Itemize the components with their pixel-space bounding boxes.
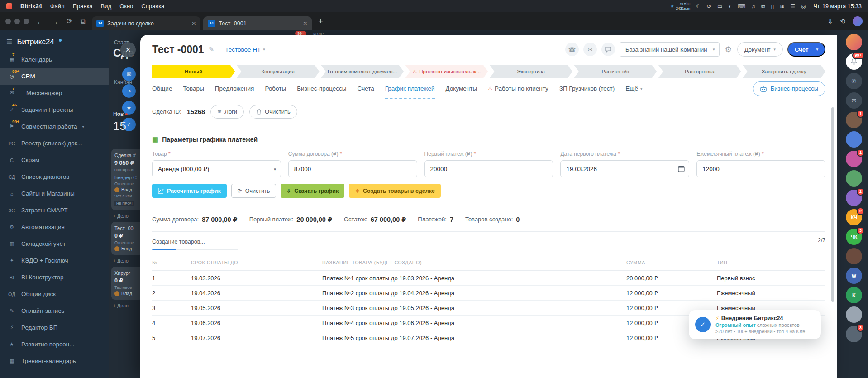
menubar-item-edit[interactable]: Правка bbox=[73, 3, 93, 10]
menubar-item-help[interactable]: Справка bbox=[141, 3, 164, 10]
screen-mirror-icon[interactable]: ⧉ bbox=[761, 3, 765, 10]
tab-quotes[interactable]: Предложения bbox=[215, 78, 254, 99]
tab-payment-schedule[interactable]: График платежей bbox=[385, 79, 435, 99]
rail-contact[interactable]: 1 bbox=[846, 112, 862, 128]
browser-profile-avatar[interactable] bbox=[853, 16, 863, 26]
stage-costing[interactable]: Рассчет с/с bbox=[574, 65, 657, 78]
rail-contact[interactable]: 1 bbox=[846, 151, 862, 167]
keyboard-icon[interactable]: ⌨ bbox=[738, 3, 745, 10]
clear-schedule-button[interactable]: ⟳Очистить bbox=[231, 184, 276, 198]
pipeline-link[interactable]: Тестовое НТ▾ bbox=[225, 46, 265, 53]
sidebar-item-training[interactable]: ▦Тренинг-календарь bbox=[0, 353, 109, 369]
music-icon[interactable]: ♫ bbox=[751, 3, 755, 10]
sidebar-item-registry[interactable]: РСРеестр (список) док... bbox=[0, 135, 109, 152]
menubar-clock[interactable]: Чт, 19 марта 15:33 bbox=[813, 3, 862, 10]
tab-products[interactable]: Товары bbox=[183, 78, 204, 99]
contract-sum-input[interactable] bbox=[288, 160, 417, 177]
browser-reload-icon[interactable]: ⟳ bbox=[67, 17, 72, 25]
deal-card[interactable]: Тест -00 0 ₽ Ответстве Бенд bbox=[111, 222, 143, 255]
first-payment-input[interactable] bbox=[424, 160, 553, 177]
deal-card[interactable]: Сделка # 9 050 ₽ повторная Бендер С Отве… bbox=[111, 149, 143, 210]
attach-action-button[interactable]: ✉ bbox=[122, 67, 136, 81]
rail-chat-group[interactable]: ЧК3 bbox=[846, 229, 862, 245]
sidebar-item-warehouse[interactable]: ▥Складской учёт bbox=[0, 235, 109, 252]
new-tab-button[interactable]: + bbox=[318, 17, 323, 26]
tab-documents[interactable]: Документы bbox=[446, 78, 477, 99]
rail-support-button[interactable]: ✆ bbox=[846, 73, 862, 89]
rail-contact[interactable] bbox=[846, 170, 862, 187]
menubar-item-view[interactable]: Вид bbox=[101, 3, 112, 10]
product-select[interactable]: Аренда (800,00 ₽) bbox=[152, 160, 281, 177]
sync-icon[interactable]: ⟳ bbox=[707, 3, 711, 10]
battery-icon[interactable]: ▯ bbox=[771, 3, 774, 10]
gear-icon[interactable]: ⚙ bbox=[725, 45, 732, 54]
traffic-light-zoom[interactable] bbox=[24, 19, 29, 24]
moon-icon[interactable]: ☾ bbox=[696, 3, 701, 10]
sidebar-item-booking[interactable]: ✎Онлайн-запись bbox=[0, 302, 109, 319]
invoice-button[interactable]: Счёт▾ bbox=[787, 42, 825, 57]
browser-tab-deal[interactable]: 24 Тест -0001 ✕ bbox=[203, 16, 312, 30]
sidebar-item-bi[interactable]: BIBI Конструктор bbox=[0, 269, 109, 286]
sidebar-item-collab[interactable]: ⚑99+Совместная работа▾ bbox=[0, 118, 109, 135]
logs-button[interactable]: ✱Логи bbox=[210, 105, 244, 119]
deal-card[interactable]: Хирург 0 ₽ Тестовое Влад bbox=[111, 267, 143, 300]
history-icon[interactable]: ⟲ bbox=[840, 18, 845, 25]
stage-expertise[interactable]: Экспертиза bbox=[490, 65, 572, 78]
sidebar-item-dialogs[interactable]: СДСписок диалогов bbox=[0, 168, 109, 185]
tab-client-works[interactable]: ♨Работы по клиенту bbox=[488, 78, 548, 99]
tab-salary-test[interactable]: ЗП Грузчиков (тест) bbox=[559, 78, 615, 99]
slider-scrollbar[interactable] bbox=[831, 107, 834, 302]
menubar-app-name[interactable]: Bitrix24 bbox=[20, 3, 42, 10]
sidebar-item-disk[interactable]: ОДОбщий диск bbox=[0, 286, 109, 302]
first-date-input[interactable] bbox=[560, 160, 689, 177]
call-icon[interactable]: ☎ bbox=[565, 43, 579, 56]
stage-new[interactable]: Новый bbox=[152, 65, 235, 78]
sidebar-item-calendar[interactable]: ▦7Календарь bbox=[0, 51, 109, 68]
document-button[interactable]: Документ▾ bbox=[737, 42, 783, 57]
control-center-icon[interactable]: ☰ bbox=[790, 3, 795, 10]
rail-mail-button[interactable]: ✉ bbox=[846, 92, 862, 109]
rail-chat-group[interactable]: K bbox=[846, 287, 862, 303]
rail-contact[interactable]: 2 bbox=[846, 190, 862, 206]
rail-contact[interactable] bbox=[846, 306, 862, 323]
sidebar-item-bp-editor[interactable]: ⚡Редактор БП bbox=[0, 319, 109, 336]
rail-profile-avatar[interactable] bbox=[846, 34, 862, 50]
traffic-light-close[interactable] bbox=[5, 19, 11, 24]
traffic-light-minimize[interactable] bbox=[14, 19, 20, 24]
sidebar-item-costs[interactable]: ЗСЗатраты СМАРТ bbox=[0, 202, 109, 219]
sidebar-item-kedo[interactable]: ✦КЭДО + Госключ bbox=[0, 252, 109, 269]
rail-contact[interactable]: 3 bbox=[846, 326, 862, 342]
menu-toggle-icon[interactable]: ☰ bbox=[6, 38, 12, 46]
sidebar-item-scrum[interactable]: ССкрам bbox=[0, 152, 109, 168]
email-icon[interactable]: ✉ bbox=[583, 43, 597, 56]
temperature-widget[interactable]: ❋ 75.5°C 2431rpm bbox=[670, 2, 690, 10]
browser-back-icon[interactable]: ← bbox=[37, 18, 43, 25]
menubar-item-file[interactable]: Файл bbox=[50, 3, 65, 10]
sidebar-item-tasks[interactable]: ✓45Задачи и Проекты bbox=[0, 101, 109, 118]
rail-chat-group[interactable]: КЧ2 bbox=[846, 209, 862, 225]
stage-consult[interactable]: Консультация bbox=[236, 65, 319, 78]
display-icon[interactable]: ▭ bbox=[717, 3, 722, 10]
sidebar-item-growth[interactable]: ★Развитие персон... bbox=[0, 336, 109, 353]
brand-logo[interactable]: Битрикс24 bbox=[17, 38, 54, 47]
tab-invoices[interactable]: Счета bbox=[358, 78, 374, 99]
tab-bp[interactable]: Бизнес-процессы bbox=[297, 78, 346, 99]
tab-close-icon[interactable]: ✕ bbox=[191, 20, 196, 27]
create-products-button[interactable]: ❖Создать товары в сделке bbox=[349, 184, 441, 198]
downloads-icon[interactable]: ⇩ bbox=[828, 18, 833, 25]
browser-forward-icon[interactable]: → bbox=[52, 18, 58, 25]
sidebar-item-crm[interactable]: ◎99+CRM bbox=[0, 68, 109, 85]
clear-button[interactable]: Очистить bbox=[249, 105, 297, 119]
sidebar-item-sites[interactable]: ⌂Сайты и Магазины bbox=[0, 185, 109, 202]
tab-close-icon[interactable]: ✕ bbox=[303, 20, 307, 27]
sidebar-item-messenger[interactable]: ✉7Мессенджер bbox=[0, 85, 109, 101]
add-activity-link[interactable]: + Дело bbox=[111, 258, 143, 263]
add-activity-link[interactable]: + Дело bbox=[111, 303, 143, 308]
stage-survey[interactable]: ♨Проектно-изыскательск... bbox=[405, 65, 488, 78]
stage-finish[interactable]: Завершить сделку bbox=[743, 65, 825, 78]
stage-docs[interactable]: Готовим комплект докумен... bbox=[321, 65, 404, 78]
dark-mode-icon[interactable]: ◐ bbox=[728, 3, 731, 10]
browser-tab-tasks[interactable]: 24 Задачи по сделке ✕ bbox=[92, 16, 200, 30]
promo-toast[interactable]: ✓ ⚡Внедрение Битрикс24 Огромный опыт сло… bbox=[689, 310, 821, 339]
tab-robots[interactable]: Роботы bbox=[265, 78, 286, 99]
